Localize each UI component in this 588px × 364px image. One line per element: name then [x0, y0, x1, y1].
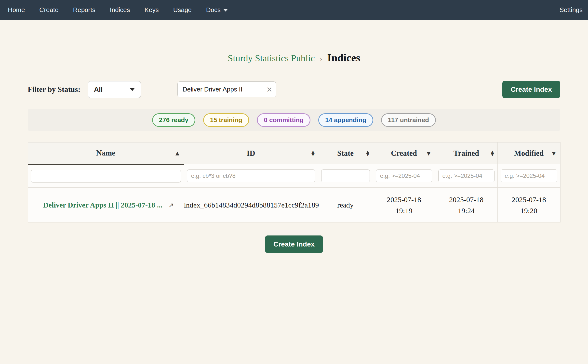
sort-both-icon: ▲▼	[491, 151, 494, 156]
nav-item-indices[interactable]: Indices	[110, 6, 130, 14]
index-id-cell: index_66b14834d0294d8b88157e1cc9f2a189	[184, 188, 318, 222]
column-header-modified[interactable]: Modified ▼	[497, 143, 560, 164]
top-nav-bar: Home Create Reports Indices Keys Usage D…	[0, 0, 588, 20]
index-name-link[interactable]: Deliver Driver Apps II || 2025-07-18 ...	[43, 201, 162, 209]
filter-bar: Filter by Status: All × Create Index	[28, 81, 560, 98]
column-header-name[interactable]: Name ▲	[28, 143, 184, 164]
column-header-trained[interactable]: Trained ▲▼	[435, 143, 497, 164]
modified-date: 2025-07-18	[498, 194, 560, 205]
status-filter-select[interactable]: All	[88, 81, 141, 98]
column-label: Trained	[454, 149, 479, 157]
select-caret-icon	[130, 88, 135, 91]
indices-table: Name ▲ ID ▲▼ State ▲▼ Created ▼ Trained	[28, 142, 561, 222]
index-trained-cell: 2025-07-18 19:24	[435, 188, 497, 222]
index-name-cell: Deliver Driver Apps II || 2025-07-18 ...…	[28, 188, 184, 222]
nav-item-home[interactable]: Home	[8, 6, 25, 14]
modified-time: 19:20	[498, 205, 560, 216]
clear-search-icon[interactable]: ×	[267, 85, 272, 94]
sort-both-icon: ▲▼	[366, 151, 369, 156]
column-header-state[interactable]: State ▲▼	[318, 143, 373, 164]
nav-item-create[interactable]: Create	[39, 6, 58, 14]
status-badge-ready[interactable]: 276 ready	[152, 113, 195, 127]
filter-input-created[interactable]	[376, 169, 432, 182]
column-label: Modified	[514, 149, 544, 157]
column-label: State	[337, 149, 354, 157]
sort-asc-icon: ▲	[175, 150, 179, 156]
column-header-id[interactable]: ID ▲▼	[184, 143, 318, 164]
status-badge-appending[interactable]: 14 appending	[318, 113, 373, 127]
table-header-row: Name ▲ ID ▲▼ State ▲▼ Created ▼ Trained	[28, 143, 560, 164]
search-box: ×	[177, 81, 276, 97]
sort-both-icon: ▲▼	[311, 151, 314, 156]
created-date: 2025-07-18	[373, 194, 435, 205]
index-modified-cell: 2025-07-18 19:20	[497, 188, 560, 222]
nav-item-settings[interactable]: Settings	[560, 6, 583, 14]
column-label: Name	[96, 149, 115, 157]
search-input[interactable]	[177, 81, 276, 97]
sort-desc-icon: ▼	[552, 150, 556, 156]
breadcrumb: Sturdy Statistics Public › Indices	[0, 52, 588, 64]
status-badge-committing[interactable]: 0 committing	[257, 113, 310, 127]
status-badge-untrained[interactable]: 117 untrained	[381, 113, 436, 127]
docs-label: Docs	[206, 6, 221, 14]
chevron-down-icon	[224, 9, 227, 12]
index-state-cell: ready	[318, 188, 373, 222]
filter-input-trained[interactable]	[438, 169, 494, 182]
created-time: 19:19	[373, 205, 435, 216]
status-badges-bar: 276 ready 15 training 0 committing 14 ap…	[28, 109, 560, 131]
filter-input-modified[interactable]	[501, 169, 557, 182]
filter-input-name[interactable]	[31, 170, 181, 182]
column-header-created[interactable]: Created ▼	[373, 143, 435, 164]
column-label: Created	[391, 149, 417, 157]
filter-input-state[interactable]	[321, 169, 370, 182]
table-row: Deliver Driver Apps II || 2025-07-18 ...…	[28, 188, 560, 222]
status-badge-training[interactable]: 15 training	[203, 113, 249, 127]
nav-item-docs[interactable]: Docs	[206, 6, 227, 14]
create-index-button-bottom[interactable]: Create Index	[265, 235, 323, 253]
trained-date: 2025-07-18	[435, 194, 497, 205]
filter-input-id[interactable]	[187, 169, 315, 182]
status-filter-value: All	[94, 86, 103, 93]
footer-button-area: Create Index	[0, 235, 588, 253]
status-filter-label: Filter by Status:	[28, 85, 80, 94]
table-filter-row	[28, 164, 560, 188]
breadcrumb-parent-link[interactable]: Sturdy Statistics Public	[228, 53, 315, 64]
create-index-button-top[interactable]: Create Index	[502, 81, 560, 98]
trained-time: 19:24	[435, 205, 497, 216]
external-link-icon[interactable]: ↗	[168, 201, 174, 209]
sort-desc-icon: ▼	[427, 150, 430, 156]
nav-item-usage[interactable]: Usage	[173, 6, 192, 14]
column-label: ID	[247, 149, 255, 157]
nav-item-keys[interactable]: Keys	[145, 6, 159, 14]
breadcrumb-separator-icon: ›	[320, 54, 322, 63]
index-created-cell: 2025-07-18 19:19	[373, 188, 435, 222]
page-title: Indices	[327, 52, 360, 64]
nav-item-reports[interactable]: Reports	[73, 6, 95, 14]
